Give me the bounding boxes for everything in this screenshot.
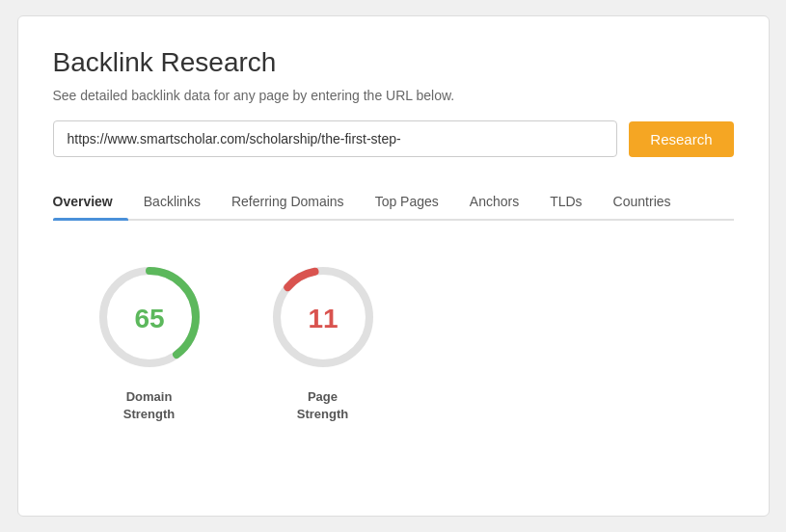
research-button[interactable]: Research [629,121,733,157]
url-input[interactable] [53,120,618,157]
tab-referring-domains[interactable]: Referring Domains [216,184,360,219]
subtitle: See detailed backlink data for any page … [53,88,734,103]
main-card: Backlink Research See detailed backlink … [17,15,770,517]
domain-strength-svg: 65 [92,259,207,375]
page-title: Backlink Research [53,47,734,78]
tab-backlinks[interactable]: Backlinks [128,184,216,219]
tab-top-pages[interactable]: Top Pages [360,184,454,219]
page-strength-value: 11 [308,304,338,333]
page-strength-svg: 11 [265,259,381,375]
tab-anchors[interactable]: Anchors [454,184,534,219]
page-strength-gauge: 11 PageStrength [265,259,381,423]
gauges-section: 65 DomainStrength 11 PageStrength [53,259,734,423]
search-row: Research [53,120,734,157]
tabs-nav: Overview Backlinks Referring Domains Top… [53,184,734,221]
tab-countries[interactable]: Countries [598,184,687,219]
domain-strength-label: DomainStrength [123,388,175,423]
page-strength-label: PageStrength [297,388,348,423]
tab-overview[interactable]: Overview [53,184,128,219]
tab-tlds[interactable]: TLDs [534,184,597,219]
domain-strength-gauge: 65 DomainStrength [92,259,207,423]
domain-strength-value: 65 [134,304,164,333]
